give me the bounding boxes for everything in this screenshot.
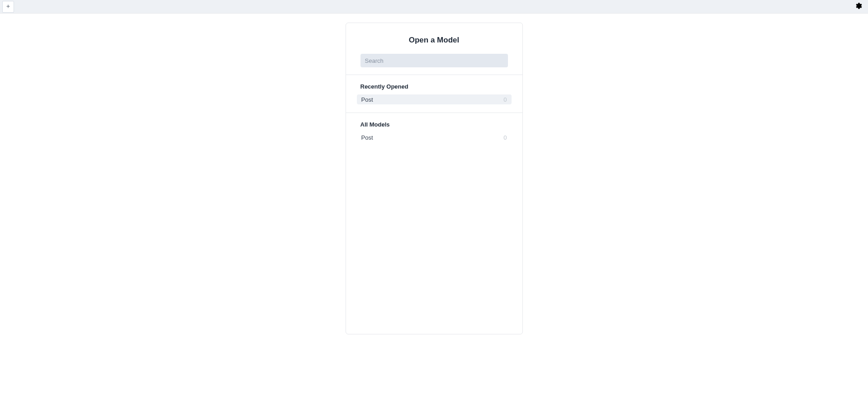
model-count: 0 [503,134,507,141]
all-model-item[interactable]: Post 0 [357,132,512,142]
topbar [0,0,868,14]
model-count: 0 [503,96,507,103]
search-input[interactable] [360,54,508,67]
new-tab-button[interactable] [2,1,14,13]
dialog-title: Open a Model [360,36,508,45]
plus-icon [5,3,11,10]
recently-opened-section: Recently Opened Post 0 [346,75,522,113]
topbar-left [2,0,14,13]
recent-model-item[interactable]: Post 0 [357,94,512,104]
topbar-right [854,2,863,11]
recently-opened-title: Recently Opened [357,83,512,94]
settings-button[interactable] [854,2,863,11]
all-models-section: All Models Post 0 [346,113,522,150]
dialog-header: Open a Model [346,23,522,75]
model-name: Post [361,134,373,141]
model-name: Post [361,96,373,103]
gear-icon [855,2,863,11]
open-model-dialog: Open a Model Recently Opened Post 0 All … [346,23,523,334]
main-content: Open a Model Recently Opened Post 0 All … [0,14,868,334]
all-models-title: All Models [357,121,512,132]
